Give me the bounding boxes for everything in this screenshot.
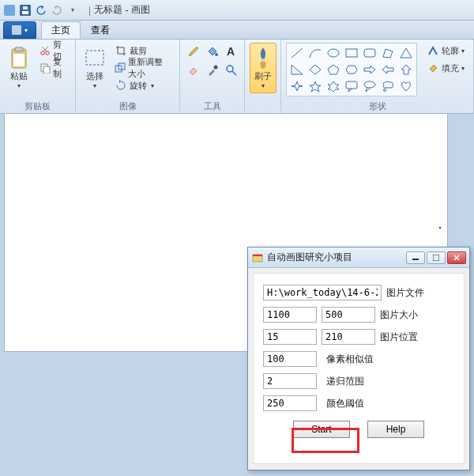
svg-point-15 — [215, 53, 218, 56]
shape-callout-cloud[interactable] — [379, 78, 397, 94]
resize-icon — [115, 62, 126, 74]
ribbon: 粘贴 ▾ 剪切 复制 剪贴板 选择 — [0, 40, 474, 114]
title-dash: - — [122, 5, 131, 16]
undo-icon[interactable] — [35, 4, 47, 17]
svg-rect-7 — [13, 54, 24, 66]
shape-star4[interactable] — [288, 78, 306, 94]
tab-home[interactable]: 主页 — [41, 21, 81, 39]
quick-access-toolbar: ▾ — [3, 4, 79, 17]
size-label: 图片大小 — [380, 308, 418, 322]
pixel-sim-label: 像素相似值 — [326, 353, 374, 366]
shape-oval[interactable] — [325, 45, 342, 61]
svg-rect-0 — [4, 5, 15, 16]
title-bar: ▾ | 无标题 - 画图 — [0, 0, 474, 21]
copy-button[interactable]: 复制 — [36, 60, 70, 76]
copy-label: 复制 — [53, 56, 67, 80]
select-label: 选择 — [86, 70, 103, 82]
shape-rect[interactable] — [343, 45, 360, 61]
paste-button[interactable]: 粘贴 ▾ — [5, 43, 33, 93]
start-button-label: Start — [311, 424, 331, 435]
dialog-titlebar[interactable]: 自动画图研究小项目 — [248, 247, 469, 268]
select-button[interactable]: 选择 ▾ — [81, 43, 108, 93]
shape-arrow-right[interactable] — [361, 62, 378, 77]
shape-arrow-up[interactable] — [397, 62, 415, 77]
shape-curve[interactable] — [307, 45, 324, 61]
save-icon[interactable] — [19, 4, 32, 17]
document-name: 无标题 — [94, 3, 122, 17]
group-tools: A 工具 — [180, 40, 245, 113]
pos-y-field[interactable] — [322, 329, 375, 345]
size-width-field[interactable] — [263, 307, 317, 323]
svg-point-25 — [384, 89, 386, 92]
chevron-down-icon: ▾ — [261, 82, 265, 89]
shape-hexagon[interactable] — [343, 62, 360, 77]
picker-tool[interactable] — [204, 62, 221, 79]
resize-label: 重新调整大小 — [128, 56, 171, 80]
text-tool[interactable]: A — [223, 43, 240, 60]
maximize-button[interactable] — [427, 251, 446, 264]
file-path-field[interactable] — [263, 285, 382, 300]
fill-tool[interactable] — [204, 43, 221, 60]
file-icon — [12, 25, 21, 35]
group-tools-label: 工具 — [183, 100, 241, 113]
shape-star5[interactable] — [307, 78, 324, 94]
shape-right-triangle[interactable] — [288, 62, 306, 77]
brush-icon — [252, 47, 274, 69]
resize-button[interactable]: 重新调整大小 — [111, 60, 175, 76]
pencil-tool[interactable] — [185, 43, 202, 60]
fill-button[interactable]: 填充 ▾ — [423, 60, 468, 76]
shape-diamond[interactable] — [307, 62, 324, 77]
shape-pentagon[interactable] — [325, 62, 342, 77]
fill-label: 填充 — [442, 62, 459, 74]
canvas-dot — [439, 227, 441, 229]
recursion-field[interactable] — [263, 373, 317, 389]
chevron-down-icon: ▾ — [24, 27, 28, 34]
pixel-sim-field[interactable] — [263, 351, 317, 367]
shape-arrow-left[interactable] — [379, 62, 397, 77]
shape-callout-oval[interactable] — [361, 78, 378, 94]
copy-icon — [40, 62, 51, 74]
group-shapes: 轮廓 ▾ 填充 ▾ 形状 — [281, 40, 474, 113]
eraser-tool[interactable] — [185, 62, 202, 79]
outline-button[interactable]: 轮廓 ▾ — [423, 43, 468, 59]
shape-callout-rect[interactable] — [343, 78, 360, 94]
pos-label: 图片位置 — [380, 331, 418, 344]
pos-x-field[interactable] — [263, 329, 317, 345]
size-height-field[interactable] — [322, 307, 375, 323]
shape-star6[interactable] — [325, 78, 342, 94]
qat-dropdown-icon[interactable]: ▾ — [66, 4, 79, 17]
color-thresh-field[interactable] — [263, 395, 317, 411]
tab-view[interactable]: 查看 — [81, 21, 120, 39]
group-image: 选择 ▾ 裁剪 重新调整大小 旋转 ▾ 图像 — [76, 40, 180, 113]
group-image-label: 图像 — [79, 100, 176, 113]
help-button[interactable]: Help — [367, 421, 424, 438]
rotate-button[interactable]: 旋转 ▾ — [111, 77, 175, 93]
dialog-body: 图片文件 图片大小 图片位置 像素相似值 递归范围 颜色阈值 Start Hel… — [253, 273, 465, 464]
brush-label: 刷子 — [254, 70, 272, 82]
file-menu-button[interactable]: ▾ — [3, 21, 36, 39]
shape-polygon[interactable] — [379, 45, 397, 61]
outline-label: 轮廓 — [442, 45, 459, 57]
color-thresh-label: 颜色阈值 — [326, 397, 364, 410]
brush-button[interactable]: 刷子 ▾ — [250, 43, 276, 93]
close-button[interactable] — [447, 251, 466, 264]
svg-rect-12 — [86, 51, 103, 65]
svg-point-9 — [46, 51, 49, 55]
svg-rect-3 — [23, 6, 28, 9]
group-shapes-label: 形状 — [284, 100, 470, 113]
svg-rect-21 — [346, 49, 357, 57]
shape-triangle[interactable] — [397, 45, 415, 61]
rotate-icon — [115, 79, 127, 92]
shape-roundrect[interactable] — [361, 45, 378, 61]
svg-point-20 — [328, 49, 339, 57]
zoom-tool[interactable] — [223, 62, 240, 79]
shape-line[interactable] — [288, 45, 306, 61]
minimize-button[interactable] — [406, 251, 425, 264]
fill-icon — [427, 62, 439, 74]
redo-icon[interactable] — [51, 4, 63, 17]
shapes-gallery[interactable] — [286, 43, 417, 96]
shape-heart[interactable] — [397, 78, 415, 94]
start-button[interactable]: Start — [293, 421, 350, 438]
crop-label: 裁剪 — [130, 45, 147, 57]
svg-point-24 — [364, 81, 375, 88]
